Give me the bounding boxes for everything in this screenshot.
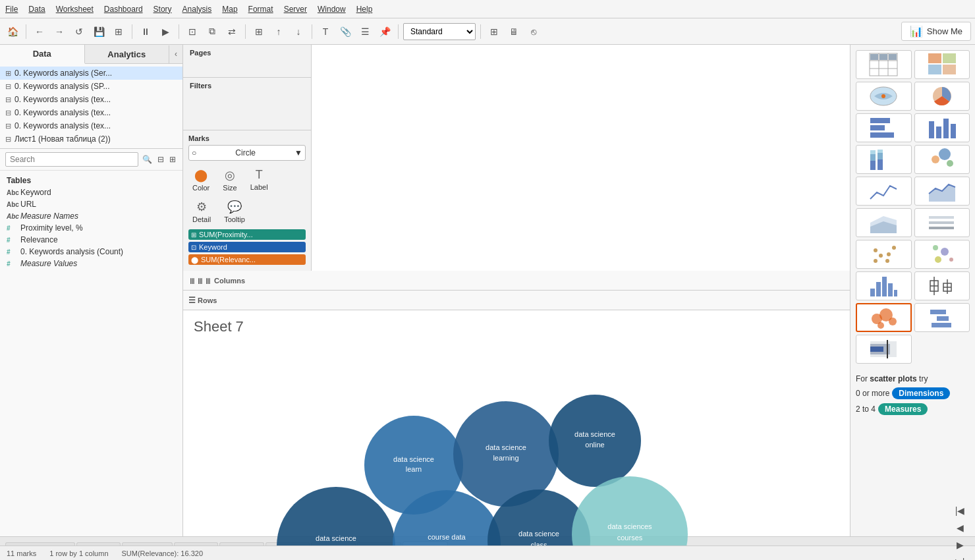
first-page-icon[interactable]: |◀ (951, 502, 968, 519)
new-datasource-button[interactable]: ⊞ (110, 23, 127, 40)
svg-point-45 (949, 258, 953, 262)
label-button[interactable]: T (317, 23, 334, 40)
chart-bullet[interactable] (856, 335, 912, 364)
refresh-button[interactable]: ↺ (70, 23, 88, 40)
field-measure-names[interactable]: Abc Measure Names (0, 210, 182, 222)
menu-help[interactable]: Help (356, 5, 373, 14)
columns-label: ⫼⫼⫼ Columns (188, 276, 225, 285)
field-measure-values[interactable]: # Measure Values (0, 258, 182, 269)
tab-data[interactable]: Data (0, 45, 85, 64)
data-source-item[interactable]: ⊟ 0. Keywords analysis (tex... (0, 106, 182, 119)
field-proximity[interactable]: # Proximity level, % (0, 222, 182, 234)
field-keyword[interactable]: Abc Keyword (0, 186, 182, 198)
marks-color-btn[interactable]: ⬤ Color (188, 166, 213, 194)
text-button[interactable]: ☰ (356, 23, 374, 40)
chart-horizontal-bar[interactable] (856, 113, 912, 142)
menu-dashboard[interactable]: Dashboard (104, 5, 143, 14)
menu-window[interactable]: Window (318, 5, 346, 14)
fit-button[interactable]: ⊡ (184, 23, 201, 40)
svg-rect-23 (870, 154, 876, 161)
svg-rect-27 (878, 150, 883, 153)
pause-button[interactable]: ⏸ (137, 23, 154, 40)
chart-scatter-1[interactable] (856, 240, 912, 269)
home-button[interactable]: 🏠 (4, 23, 21, 40)
next-page-icon[interactable]: ▶ (951, 536, 968, 553)
chart-stacked-bar[interactable] (856, 145, 912, 174)
standard-select[interactable]: Standard (403, 23, 476, 40)
dup-button[interactable]: ⧉ (204, 23, 221, 40)
tab-analytics[interactable]: Analytics (85, 45, 170, 63)
data-source-item[interactable]: ⊟ 0. Keywords analysis (tex... (0, 93, 182, 106)
prev-page-icon[interactable]: ◀ (951, 519, 968, 536)
back-button[interactable]: ← (31, 23, 48, 40)
bubble-2[interactable] (549, 395, 641, 487)
chart-pie[interactable] (914, 82, 970, 111)
chart-line-1[interactable] (856, 177, 912, 206)
chart-boxplot[interactable] (914, 271, 970, 300)
marks-field-relevance[interactable]: ⬤ SUM(Relevanc... (188, 254, 306, 265)
filter-icon[interactable]: ⊟ (156, 154, 165, 165)
show-me-button[interactable]: 📊 Show Me (901, 22, 971, 41)
field-relevance[interactable]: # Relevance (0, 234, 182, 246)
search-icon[interactable]: 🔍 (141, 154, 153, 165)
menu-map[interactable]: Map (222, 5, 237, 14)
run-button[interactable]: ▶ (157, 23, 174, 40)
marks-tooltip-btn[interactable]: 💬 Tooltip (220, 198, 249, 225)
toolbar-sep-3 (179, 24, 179, 39)
save-button[interactable]: 💾 (90, 23, 107, 40)
marks-type-select[interactable]: ○ Circle ▼ (188, 145, 306, 161)
tooltip-button[interactable]: 📎 (337, 23, 354, 40)
chart-scatter-2[interactable] (914, 240, 970, 269)
grid-view-icon[interactable]: ⊞ (168, 154, 177, 165)
search-input[interactable] (5, 152, 138, 167)
sort-desc-button[interactable]: ↓ (290, 23, 307, 40)
chart-gantt[interactable] (914, 303, 970, 332)
data-source-item[interactable]: ⊟ 0. Keywords analysis (tex... (0, 119, 182, 132)
sort-asc-button[interactable]: ↑ (270, 23, 287, 40)
chart-area[interactable] (914, 177, 970, 206)
svg-rect-10 (928, 65, 941, 74)
menu-analysis[interactable]: Analysis (182, 5, 212, 14)
chart-text-table[interactable] (856, 50, 912, 79)
field-url[interactable]: Abc URL (0, 198, 182, 210)
menu-server[interactable]: Server (284, 5, 307, 14)
share-button[interactable]: ⎋ (525, 23, 542, 40)
menu-data[interactable]: Data (28, 5, 45, 14)
field-label: URL (20, 200, 36, 209)
chart-vertical-bar[interactable] (914, 113, 970, 142)
menu-story[interactable]: Story (153, 5, 172, 14)
marks-detail-btn[interactable]: ⚙ Detail (188, 198, 215, 225)
chart-map-1[interactable] (856, 82, 912, 111)
marks-field-keyword[interactable]: ⊡ Keyword (188, 242, 306, 252)
relevance-type-icon: ⬤ (191, 256, 198, 264)
menu-format[interactable]: Format (248, 5, 273, 14)
menu-file[interactable]: File (5, 5, 18, 14)
chart-highlight-table[interactable] (914, 50, 970, 79)
pin-button[interactable]: 📌 (376, 23, 393, 40)
grid-button[interactable]: ⊞ (486, 23, 503, 40)
forward-button[interactable]: → (51, 23, 68, 40)
chart-line-2[interactable] (914, 208, 970, 237)
marks-field-proximity[interactable]: ⊞ SUM(Proximity... (188, 229, 306, 240)
presentation-button[interactable]: 🖥 (505, 23, 522, 40)
data-sources-list: ⊞ 0. Keywords analysis (Ser... ⊟ 0. Keyw… (0, 64, 182, 149)
marks-label-btn[interactable]: T Label (246, 166, 272, 194)
data-source-item[interactable]: ⊟ 0. Keywords analysis (SP... (0, 80, 182, 93)
last-page-icon[interactable]: ▶| (951, 553, 968, 561)
field-count[interactable]: # 0. Keywords analysis (Count) (0, 246, 182, 258)
menu-worksheet[interactable]: Worksheet (56, 5, 94, 14)
chart-histogram[interactable] (856, 271, 912, 300)
svg-rect-15 (870, 118, 890, 123)
data-source-item[interactable]: ⊟ Лист1 (Новая таблица (2)) (0, 132, 182, 146)
marks-size-btn[interactable]: ◎ Size (219, 166, 240, 194)
data-source-item[interactable]: ⊞ 0. Keywords analysis (Ser... (0, 67, 182, 80)
svg-rect-49 (882, 277, 887, 296)
group-button[interactable]: ⊞ (250, 23, 267, 40)
chart-packed-bubble[interactable] (856, 303, 912, 332)
left-panel-close[interactable]: ‹ (169, 45, 182, 63)
chart-map-2[interactable] (914, 145, 970, 174)
swap-button[interactable]: ⇄ (223, 23, 240, 40)
toolbar-sep-2 (132, 24, 132, 39)
chart-area-2[interactable] (856, 208, 912, 237)
svg-rect-50 (888, 283, 893, 296)
